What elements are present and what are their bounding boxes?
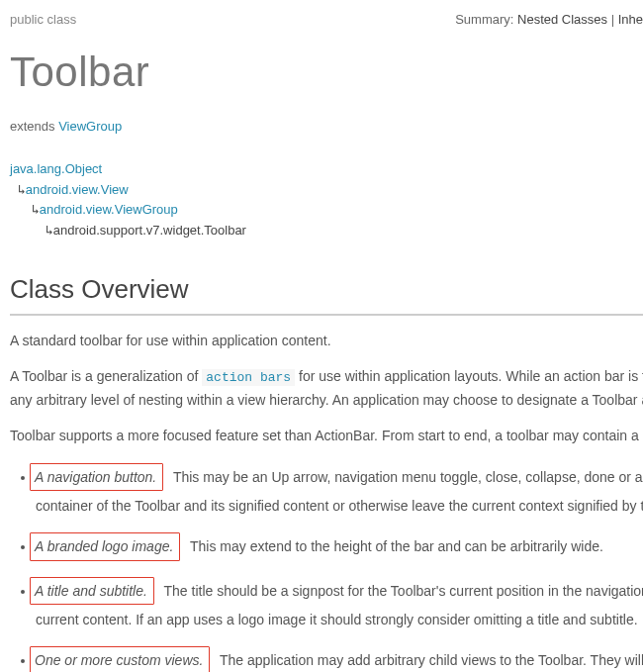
text: The title should be a signpost for the T…	[160, 583, 643, 599]
summary-label: Summary:	[455, 12, 513, 27]
feature-list: A navigation button. This may be an Up a…	[10, 463, 643, 672]
hierarchy-view[interactable]: android.view.View	[26, 182, 129, 197]
action-bars-link[interactable]: action bars	[202, 368, 295, 384]
boxed-term: One or more custom views.	[30, 646, 210, 672]
page-title: Toolbar	[10, 39, 643, 105]
inheritance-hierarchy: java.lang.Object ↳android.view.View ↳and…	[10, 159, 643, 241]
text: container of the Toolbar and its signifi…	[36, 495, 643, 517]
text: for use within application layouts. Whil…	[295, 368, 643, 384]
hook-icon: ↳	[18, 180, 26, 201]
hierarchy-viewgroup[interactable]: android.view.ViewGroup	[40, 202, 178, 217]
text: any arbitrary level of nesting within a …	[10, 392, 643, 408]
list-item-custom: One or more custom views. The applicatio…	[36, 646, 643, 672]
list-item-nav: A navigation button. This may be an Up a…	[36, 463, 643, 518]
section-heading-overview: Class Overview	[10, 269, 643, 316]
text: This may extend to the height of the bar…	[186, 538, 603, 554]
overview-p2: A Toolbar is a generalization of action …	[10, 365, 643, 411]
summary-inherited-link[interactable]: Inhe	[618, 12, 643, 27]
boxed-term: A title and subtitle.	[30, 577, 154, 605]
hierarchy-object[interactable]: java.lang.Object	[10, 161, 102, 176]
text: The application may add arbitrary child …	[216, 652, 643, 668]
extends-link[interactable]: ViewGroup	[58, 119, 122, 134]
overview-p3: Toolbar supports a more focused feature …	[10, 425, 643, 446]
boxed-term: A navigation button.	[30, 463, 163, 491]
hook-icon: ↳	[46, 221, 53, 241]
list-item-title: A title and subtitle. The title should b…	[36, 577, 643, 631]
hook-icon: ↳	[32, 200, 40, 221]
text: current content. If an app uses a logo i…	[36, 609, 643, 630]
summary-nested-link[interactable]: Nested Classes	[517, 12, 607, 27]
summary-links: Summary: Nested Classes | Inhe	[455, 10, 643, 31]
overview-p1: A standard toolbar for use within applic…	[10, 330, 643, 351]
extends-label: extends	[10, 119, 58, 134]
text: A Toolbar is a generalization of	[10, 368, 202, 384]
header-row: public class Summary: Nested Classes | I…	[10, 10, 643, 31]
text: This may be an Up arrow, navigation menu…	[169, 469, 643, 485]
summary-sep: |	[607, 12, 618, 27]
boxed-term: A branded logo image.	[30, 532, 180, 560]
list-item-logo: A branded logo image. This may extend to…	[36, 532, 643, 560]
hierarchy-self: android.support.v7.widget.Toolbar	[53, 223, 246, 238]
action-bars-code: action bars	[202, 369, 295, 386]
class-modifiers: public class	[10, 10, 76, 31]
extends-line: extends ViewGroup	[10, 117, 643, 138]
